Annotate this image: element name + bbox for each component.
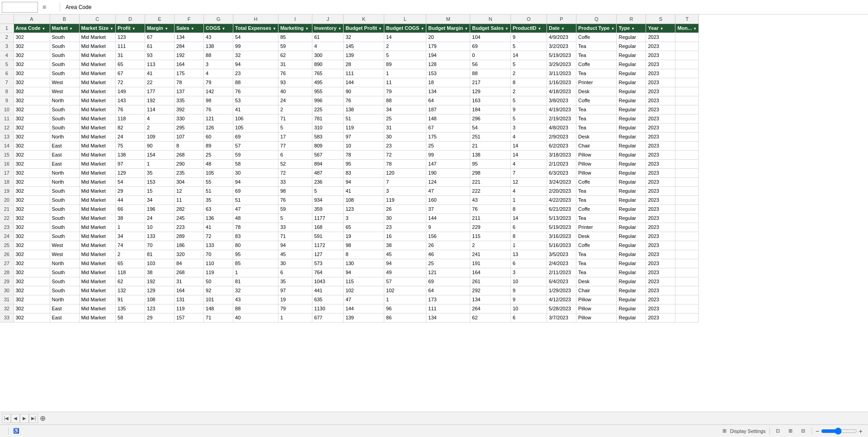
cell-r22-c10[interactable]: 3 [344, 214, 384, 223]
cell-r8-c12[interactable]: 134 [426, 87, 470, 96]
cell-r9-c12[interactable]: 64 [426, 96, 470, 105]
cell-r14-c13[interactable]: 21 [470, 141, 511, 150]
cell-r18-c9[interactable]: 236 [312, 177, 344, 186]
cell-r28-c1[interactable]: South [50, 268, 79, 277]
cell-r29-c18[interactable]: 2023 [646, 277, 675, 286]
cell-r9-c0[interactable]: 302 [14, 96, 50, 105]
cell-r29-c11[interactable]: 57 [384, 277, 426, 286]
cell-r2-c8[interactable]: 85 [278, 33, 312, 42]
cell-r31-c2[interactable]: Mid Market [79, 295, 116, 304]
header-cell-2[interactable]: Market Size ▼ [79, 24, 116, 33]
cell-r4-c1[interactable]: South [50, 51, 79, 60]
cell-r17-c3[interactable]: 129 [116, 168, 145, 177]
cell-r4-c8[interactable]: 62 [278, 51, 312, 60]
col-header-N[interactable]: N [470, 14, 511, 24]
cell-r12-c7[interactable]: 105 [233, 123, 278, 132]
cell-r21-c18[interactable]: 2023 [646, 204, 675, 214]
cell-r20-c8[interactable]: 76 [278, 195, 312, 204]
tab-nav-last[interactable]: ▶| [29, 414, 38, 423]
cell-r24-c10[interactable]: 19 [344, 232, 384, 241]
page-break-btn[interactable]: ⊟ [799, 427, 808, 436]
cell-r8-c8[interactable]: 40 [278, 87, 312, 96]
cell-r20-c15[interactable]: 4/22/2023 [547, 195, 576, 204]
cell-r23-c0[interactable]: 302 [14, 223, 50, 232]
cell-r3-c0[interactable]: 302 [14, 42, 50, 51]
cell-r5-c8[interactable]: 31 [278, 60, 312, 69]
cell-r11-c16[interactable]: Tea [576, 114, 616, 123]
cell-r16-c9[interactable]: 894 [312, 159, 344, 168]
tab-nav-prev[interactable]: ◀ [11, 414, 20, 423]
cell-r23-c8[interactable]: 33 [278, 223, 312, 232]
cell-r8-c15[interactable]: 4/18/2023 [547, 87, 576, 96]
cell-r13-c18[interactable]: 2023 [646, 132, 675, 141]
cell-r5-c6[interactable]: 3 [204, 60, 233, 69]
cell-r21-c9[interactable]: 359 [312, 204, 344, 214]
cell-r26-c13[interactable]: 241 [470, 250, 511, 259]
cell-r13-c5[interactable]: 107 [175, 132, 204, 141]
cell-r2-c13[interactable]: 104 [470, 33, 511, 42]
cell-r27-c8[interactable]: 30 [278, 259, 312, 268]
cell-r19-c16[interactable]: Tea [576, 186, 616, 195]
cell-r28-c17[interactable]: Regular [617, 268, 646, 277]
cell-r31-c6[interactable]: 101 [204, 295, 233, 304]
cell-r26-c18[interactable]: 2023 [646, 250, 675, 259]
cell-r23-c15[interactable]: 5/19/2023 [547, 223, 576, 232]
cell-r24-c16[interactable]: Desk [576, 232, 616, 241]
cell-r27-c7[interactable]: 85 [233, 259, 278, 268]
cell-r22-c18[interactable]: 2023 [646, 214, 675, 223]
cell-r26-c17[interactable]: Regular [617, 250, 646, 259]
cell-r2-c0[interactable]: 302 [14, 33, 50, 42]
cell-r19-c8[interactable]: 98 [278, 186, 312, 195]
cell-r30-c16[interactable]: Chair [576, 286, 616, 295]
cell-r5-c14[interactable]: 5 [510, 60, 547, 69]
cell-r6-c0[interactable]: 302 [14, 69, 50, 78]
cell-r8-c5[interactable]: 137 [175, 87, 204, 96]
cell-r18-c7[interactable]: 94 [233, 177, 278, 186]
header-cell-3[interactable]: Profit ▼ [116, 24, 145, 33]
cell-r27-c10[interactable]: 130 [344, 259, 384, 268]
cell-r10-c11[interactable]: 34 [384, 105, 426, 114]
cell-r5-c0[interactable]: 302 [14, 60, 50, 69]
cell-r29-c17[interactable]: Regular [617, 277, 646, 286]
cell-r7-c5[interactable]: 78 [175, 78, 204, 87]
cell-r28-c4[interactable]: 38 [145, 268, 175, 277]
cell-r30-c19[interactable] [675, 286, 699, 295]
cell-r29-c19[interactable] [675, 277, 699, 286]
cell-r13-c6[interactable]: 60 [204, 132, 233, 141]
cell-r8-c17[interactable]: Regular [617, 87, 646, 96]
cell-r23-c1[interactable]: South [50, 223, 79, 232]
cell-r17-c7[interactable]: 30 [233, 168, 278, 177]
cell-r32-c5[interactable]: 119 [175, 304, 204, 313]
cell-r14-c19[interactable] [675, 141, 699, 150]
cell-r29-c9[interactable]: 1043 [312, 277, 344, 286]
cell-r32-c3[interactable]: 135 [116, 304, 145, 313]
cell-r10-c3[interactable]: 76 [116, 105, 145, 114]
cell-r17-c2[interactable]: Mid Market [79, 168, 116, 177]
cell-r8-c14[interactable]: 2 [510, 87, 547, 96]
header-cell-8[interactable]: Marketing ▼ [278, 24, 312, 33]
cell-r23-c4[interactable]: 10 [145, 223, 175, 232]
cell-r17-c14[interactable]: 7 [510, 168, 547, 177]
cell-r3-c4[interactable]: 61 [145, 42, 175, 51]
cell-r18-c8[interactable]: 33 [278, 177, 312, 186]
cell-r32-c17[interactable]: Regular [617, 304, 646, 313]
cell-r5-c1[interactable]: South [50, 60, 79, 69]
header-cell-12[interactable]: Budget Margin ▼ [426, 24, 470, 33]
cell-r33-c6[interactable]: 71 [204, 313, 233, 322]
cell-r2-c14[interactable]: 9 [510, 33, 547, 42]
cell-r7-c7[interactable]: 88 [233, 78, 278, 87]
cell-r18-c17[interactable]: Regular [617, 177, 646, 186]
cell-r12-c19[interactable] [675, 123, 699, 132]
cell-r8-c11[interactable]: 79 [384, 87, 426, 96]
cell-r22-c17[interactable]: Regular [617, 214, 646, 223]
cell-r8-c7[interactable]: 76 [233, 87, 278, 96]
cell-r16-c18[interactable]: 2023 [646, 159, 675, 168]
cell-r9-c15[interactable]: 3/8/2023 [547, 96, 576, 105]
cell-r21-c14[interactable]: 8 [510, 204, 547, 214]
cell-r26-c6[interactable]: 70 [204, 250, 233, 259]
cell-r11-c1[interactable]: South [50, 114, 79, 123]
cell-r14-c12[interactable]: 25 [426, 141, 470, 150]
cell-r11-c17[interactable]: Regular [617, 114, 646, 123]
cell-r32-c16[interactable]: Pillow [576, 304, 616, 313]
cell-r23-c13[interactable]: 229 [470, 223, 511, 232]
